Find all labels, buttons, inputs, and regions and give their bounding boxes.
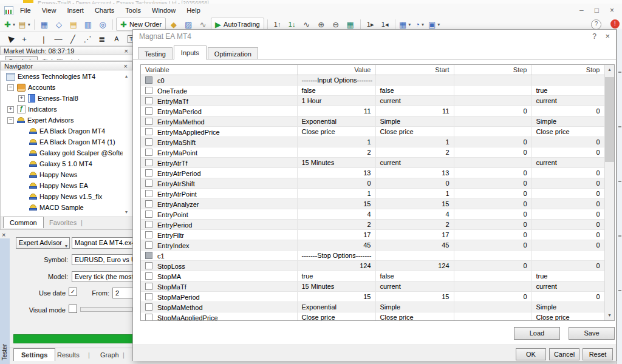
tab-results[interactable]: Results (53, 349, 83, 360)
start-cell[interactable]: Simple (375, 302, 454, 312)
row-checkbox[interactable] (145, 97, 152, 104)
step-cell[interactable]: 0 (454, 261, 531, 271)
value-cell[interactable]: 15 Minutes (297, 281, 375, 292)
navigator-item-server[interactable]: Exness Technologies MT4 (1, 71, 123, 82)
step-cell[interactable] (454, 86, 531, 96)
table-row-entryanalyzer[interactable]: EntryAnalyzer151500 (141, 199, 604, 209)
tab-tick-chart[interactable]: Tick Chart (43, 58, 73, 60)
row-checkbox[interactable] (145, 149, 152, 156)
menu-file[interactable]: File (15, 4, 36, 16)
step-cell[interactable]: 0 (454, 189, 531, 199)
step-cell[interactable]: 0 (454, 137, 531, 147)
stop-cell[interactable]: Simple (531, 302, 604, 312)
market-watch-header[interactable]: Market Watch: 08:37:19 × (0, 46, 133, 55)
start-cell[interactable]: 17 (375, 230, 454, 240)
start-cell[interactable] (375, 251, 454, 261)
tab-inputs[interactable]: Inputs (174, 46, 207, 59)
stop-cell[interactable] (531, 251, 604, 261)
visual-mode-checkbox[interactable] (69, 305, 77, 313)
table-row-entryatrperiod[interactable]: EntryAtrPeriod131300 (141, 168, 604, 178)
data-window-icon[interactable]: ◇ (52, 18, 66, 31)
row-checkbox[interactable] (145, 169, 152, 177)
row-checkbox[interactable] (145, 314, 152, 321)
text-icon[interactable]: A (110, 32, 123, 46)
step-cell[interactable] (454, 302, 531, 312)
value-cell[interactable]: -------Stop Options------- (297, 251, 375, 261)
table-row-entryatrshift[interactable]: EntryAtrShift0000 (141, 178, 604, 189)
row-checkbox[interactable] (145, 107, 152, 115)
step-cell[interactable] (454, 158, 531, 168)
horizontal-line-icon[interactable]: — (52, 32, 65, 46)
row-checkbox[interactable] (145, 272, 152, 280)
tab-common[interactable]: Common (3, 217, 44, 228)
navigator-item-happy-news-ea[interactable]: Happy News EA (1, 180, 123, 191)
tab-graph[interactable]: Graph (97, 349, 123, 360)
column-header-variable[interactable]: Variable (141, 65, 297, 75)
navigator-item-ea-black-dragon-mt4[interactable]: EA Black Dragon MT4 (1, 126, 123, 136)
start-cell[interactable]: 2 (375, 220, 454, 230)
start-cell[interactable]: 4 (375, 209, 454, 220)
stop-cell[interactable] (531, 75, 604, 86)
navigator-item-happy-news-v1-5-fix[interactable]: Happy News v1.5_fix (1, 191, 123, 202)
value-cell[interactable]: 124 (297, 261, 375, 271)
start-cell[interactable]: Close price (375, 127, 454, 137)
stop-cell[interactable]: current (531, 96, 604, 106)
minimize-icon[interactable]: – (574, 5, 589, 15)
stop-cell[interactable]: 0 (531, 189, 604, 199)
row-checkbox[interactable] (145, 200, 152, 207)
table-row-stoploss[interactable]: StopLoss12412400 (141, 261, 604, 271)
menu-help[interactable]: Help (181, 4, 206, 16)
value-cell[interactable]: 17 (297, 230, 375, 240)
navigator-item-galaxy-5-1-0-mt4[interactable]: Galaxy 5 1.0 MT4 (1, 158, 123, 169)
row-checkbox[interactable] (145, 87, 152, 94)
navigator-icon[interactable]: ▤ (67, 18, 80, 31)
table-row-entrymaperiod[interactable]: EntryMaPeriod111100 (141, 106, 604, 116)
terminal-icon[interactable]: ▥ (81, 18, 95, 31)
column-header-stop[interactable]: Stop (531, 65, 604, 75)
label-icon[interactable]: T (125, 32, 133, 46)
expand-icon[interactable]: + (18, 95, 25, 102)
row-checkbox[interactable] (145, 180, 152, 187)
row-checkbox[interactable] (145, 190, 152, 197)
stop-cell[interactable]: 0 (531, 178, 604, 189)
step-cell[interactable] (454, 251, 531, 261)
stop-cell[interactable]: current (531, 281, 604, 292)
visual-mode-slider[interactable] (80, 307, 132, 312)
table-row-entrymatf[interactable]: EntryMaTf1 Hourcurrentcurrent (141, 96, 604, 106)
step-cell[interactable]: 0 (454, 220, 531, 230)
ok-button[interactable]: OK (516, 348, 546, 360)
table-row-stopmaperiod[interactable]: StopMaPeriod151500 (141, 292, 604, 302)
stop-cell[interactable]: 0 (531, 230, 604, 240)
row-checkbox[interactable] (145, 138, 152, 146)
start-cell[interactable]: 124 (375, 261, 454, 271)
help-icon[interactable]: ? (592, 32, 596, 41)
value-cell[interactable]: Close price (297, 127, 375, 137)
row-checkbox[interactable] (145, 303, 152, 311)
row-checkbox[interactable] (145, 252, 152, 259)
navigator-item-happy-news[interactable]: Happy News (1, 169, 123, 180)
value-cell[interactable]: false (297, 86, 375, 96)
row-checkbox[interactable] (145, 293, 152, 300)
stop-cell[interactable]: 0 (531, 106, 604, 116)
tab-settings[interactable]: Settings (13, 348, 55, 361)
profiles-icon[interactable]: ▤▾ (18, 18, 31, 31)
value-cell[interactable]: 1 Hour (297, 96, 375, 106)
table-row-entrymaappliedprice[interactable]: EntryMaAppliedPriceClose priceClose pric… (141, 127, 604, 137)
collapse-icon[interactable]: − (7, 84, 14, 91)
close-icon[interactable]: × (2, 231, 5, 238)
start-cell[interactable]: current (375, 158, 454, 168)
stop-cell[interactable]: Close price (531, 127, 604, 137)
value-cell[interactable]: 4 (297, 209, 375, 220)
chevron-down-icon[interactable]: ▾ (13, 22, 15, 27)
column-header-step[interactable]: Step (454, 65, 531, 75)
step-cell[interactable] (454, 127, 531, 137)
step-cell[interactable]: 0 (454, 292, 531, 302)
value-cell[interactable]: Close price (297, 312, 375, 322)
navigator-item-accounts[interactable]: − Accounts (1, 82, 123, 93)
cancel-button[interactable]: Cancel (549, 348, 579, 360)
stop-cell[interactable]: 0 (531, 209, 604, 220)
value-cell[interactable]: 45 (297, 240, 375, 251)
stop-cell[interactable]: true (531, 271, 604, 281)
expert-advisor-select[interactable]: Expert Advisor ▾ (16, 237, 70, 249)
model-field[interactable]: Every tick (the most precise (72, 271, 133, 282)
